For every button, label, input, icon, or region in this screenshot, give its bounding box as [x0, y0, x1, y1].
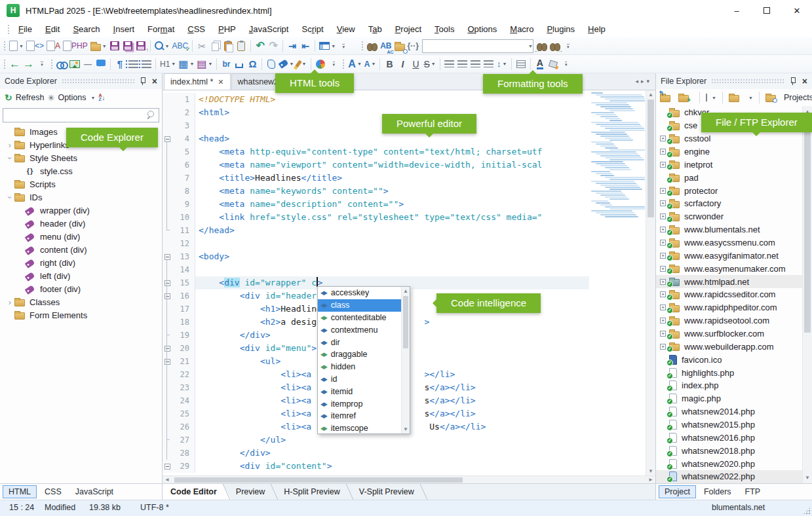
form-button[interactable]: ▤▼ — [195, 57, 214, 71]
menu-item-options[interactable]: Options — [461, 23, 503, 35]
scroll-down-icon[interactable]: ▼ — [402, 426, 410, 432]
scrollbar-thumb[interactable] — [403, 296, 408, 348]
expand-plus-icon[interactable]: + — [660, 318, 666, 323]
font-increase-button[interactable]: A▼ — [347, 57, 363, 71]
insert-link-button[interactable] — [55, 57, 68, 71]
pin-icon[interactable] — [789, 77, 796, 86]
new-document-button[interactable]: ▼ — [8, 39, 25, 53]
align-center-button[interactable] — [456, 57, 469, 71]
save-button[interactable] — [108, 39, 121, 53]
underline-button[interactable]: U — [409, 57, 422, 71]
toolbar-grip[interactable] — [3, 41, 6, 51]
new-folder-button[interactable]: + — [678, 93, 689, 102]
file-item-www-webuilderapp-com[interactable]: +✓www.webuilderapp.com — [656, 340, 812, 353]
file-item-engine[interactable]: +✓engine — [656, 145, 812, 158]
file-item-scrwonder[interactable]: +✓scrwonder — [656, 210, 812, 223]
expander-icon[interactable]: › — [6, 153, 14, 162]
toolbar-overflow-insert[interactable]: ▾ — [327, 57, 340, 71]
undo-button[interactable]: ↶ — [254, 39, 267, 53]
code-line-6[interactable]: 6 <meta name="viewport" content="width=d… — [163, 158, 655, 172]
numbered-list-button[interactable] — [140, 57, 153, 71]
explorer-tab-project[interactable]: Project — [659, 485, 696, 498]
italic-button[interactable]: I — [396, 57, 409, 71]
search-combobox[interactable]: ▼ — [422, 39, 533, 53]
menu-item-tools[interactable]: Tools — [428, 23, 461, 35]
autocomplete-item-contextmenu[interactable]: ◆contextmenu — [318, 323, 402, 336]
bold-button[interactable]: B — [383, 57, 396, 71]
expander-icon[interactable]: › — [5, 141, 14, 149]
options-button[interactable]: Options — [58, 93, 86, 102]
file-item-www-rapidphpeditor-com[interactable]: +✓www.rapidphpeditor.com — [656, 301, 812, 314]
file-item-www-htmlpad-net[interactable]: +✓www.htmlpad.net — [656, 275, 812, 288]
new-code-document-button[interactable]: <> — [25, 39, 45, 53]
file-item-csstool[interactable]: +✓csstool — [656, 132, 812, 145]
tree-item-scripts[interactable]: Scripts — [0, 177, 162, 191]
expand-plus-icon[interactable]: + — [660, 266, 666, 272]
explorer-tab-folders[interactable]: Folders — [698, 485, 737, 498]
language-tab-css[interactable]: CSS — [39, 485, 68, 498]
close-panel-icon[interactable]: × — [152, 77, 157, 86]
autocomplete-item-itemscope[interactable]: ◆itemscope — [318, 422, 402, 435]
expand-plus-icon[interactable]: + — [660, 149, 666, 155]
paragraph-button[interactable]: ¶ — [113, 57, 126, 71]
code-line-1[interactable]: 1<!DOCTYPE HTML> — [163, 93, 655, 106]
file-item-www-easycssmenu-com[interactable]: +✓www.easycssmenu.com — [656, 236, 812, 249]
refresh-button[interactable]: Refresh — [16, 93, 45, 102]
menu-item-plugins[interactable]: Plugins — [540, 23, 581, 35]
fold-toggle-icon[interactable] — [164, 280, 170, 286]
tree-item-style-css[interactable]: {}style.css — [0, 164, 162, 177]
redo-button[interactable]: ↷ — [267, 39, 280, 53]
file-item-whatsnew2022-php[interactable]: ✓whatsnew2022.php — [656, 470, 812, 483]
file-item-whatsnew2015-php[interactable]: ✓whatsnew2015.php — [656, 418, 812, 432]
align-right-button[interactable] — [469, 57, 482, 71]
expand-plus-icon[interactable]: + — [660, 136, 666, 141]
scrollbar-thumb[interactable] — [648, 100, 654, 217]
autocomplete-item-itemid[interactable]: ◆itemid — [318, 385, 402, 397]
menu-item-edit[interactable]: Edit — [39, 23, 66, 35]
tree-item-menu-div[interactable]: menu (div) — [0, 230, 162, 243]
fold-toggle-icon[interactable] — [164, 359, 170, 365]
find-button[interactable] — [366, 39, 379, 53]
menu-item-help[interactable]: Help — [581, 23, 612, 35]
expand-plus-icon[interactable]: + — [660, 213, 666, 219]
file-item-magic-php[interactable]: ✓magic.php — [656, 392, 812, 405]
tree-item-ids[interactable]: ›IDs — [0, 191, 162, 204]
paste-button[interactable] — [222, 39, 235, 53]
expander-icon[interactable]: › — [5, 298, 14, 306]
autocomplete-item-dir[interactable]: ◆dir — [318, 336, 402, 348]
special-symbol-button[interactable]: Ω — [246, 57, 259, 71]
menu-item-insert[interactable]: Insert — [107, 23, 142, 35]
autocomplete-scrollbar[interactable]: ▲ ▼ — [401, 287, 410, 433]
scrollbar-thumb[interactable] — [174, 477, 463, 483]
code-line-14[interactable]: 14 — [163, 263, 655, 276]
file-item-favicon-ico[interactable]: ✓favicon.ico — [656, 353, 812, 366]
menu-item-project[interactable]: Project — [389, 23, 428, 35]
replace-button[interactable]: ABAC — [379, 39, 393, 53]
scroll-right-icon[interactable]: ► — [646, 477, 655, 483]
fill-color-button[interactable] — [547, 57, 560, 71]
preview-tab-v-split-preview[interactable]: V-Split Preview — [351, 484, 429, 500]
line-break-button[interactable]: br — [220, 57, 233, 71]
toolbar-grip[interactable] — [361, 41, 364, 51]
save-upload-button[interactable]: ↑ — [134, 39, 147, 53]
tree-item-content-div[interactable]: content (div) — [0, 243, 162, 256]
insert-image-button[interactable] — [68, 57, 81, 71]
language-tab-html[interactable]: HTML — [3, 485, 37, 498]
scroll-down-icon[interactable]: ▼ — [803, 475, 812, 481]
expand-plus-icon[interactable]: + — [660, 240, 666, 246]
cut-button[interactable]: ✂ — [195, 39, 208, 53]
preview-tab-h-split-preview[interactable]: H-Split Preview — [276, 484, 354, 500]
tree-item-wrapper-div[interactable]: wrapper (div) — [0, 204, 162, 217]
heading-button[interactable]: H1▼ — [159, 57, 177, 71]
code-line-29[interactable]: 29 <div id="content"> — [163, 460, 655, 473]
tree-item-classes[interactable]: ›Classes — [0, 295, 162, 308]
explorer-tab-ftp[interactable]: FTP — [739, 485, 767, 498]
new-html-document-button[interactable]: A — [45, 39, 62, 53]
code-line-10[interactable]: 10 <link href="style.css" rel="styleshee… — [163, 211, 655, 224]
font-decrease-button[interactable]: A▼ — [363, 57, 377, 71]
file-explorer-scrollbar[interactable]: ▲ ▼ — [802, 106, 812, 483]
expand-plus-icon[interactable]: + — [660, 291, 666, 297]
close-panel-icon[interactable]: × — [802, 77, 807, 86]
scroll-up-icon[interactable]: ▲ — [646, 92, 655, 98]
expand-plus-icon[interactable]: + — [660, 344, 666, 350]
